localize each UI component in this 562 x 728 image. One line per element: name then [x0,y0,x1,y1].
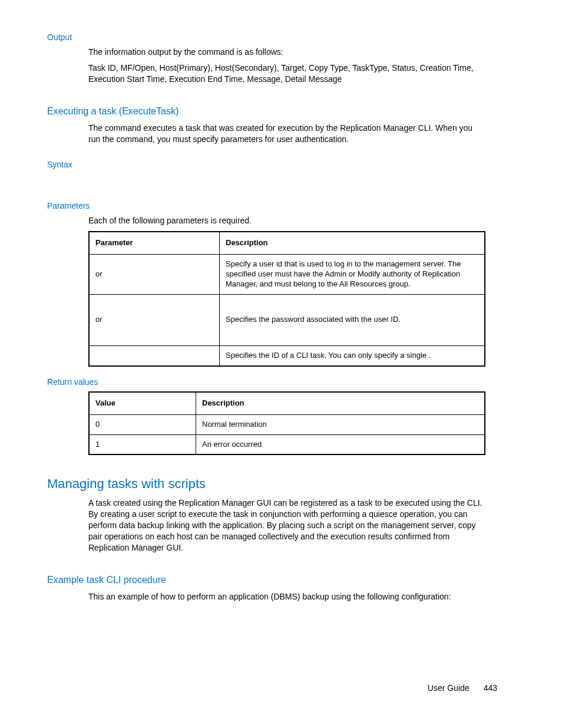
heading-output: Output [47,32,497,42]
cell-desc: Specifies the ID of a CLI task. You can … [220,345,485,365]
text: Specifies the ID of a CLI task. You can … [226,351,429,360]
th-description: Description [196,392,485,414]
heading-example-procedure: Example task CLI procedure [47,575,497,585]
return-values-table: Value Description 0 Normal termination 1… [88,391,485,456]
cell-desc: Specifies the password associated with t… [220,294,485,345]
cell-param: or [89,255,220,295]
text: The information output by the [88,47,198,57]
cell-param [89,345,220,365]
table-header-row: Value Description [89,392,485,414]
heading-syntax: Syntax [47,160,497,169]
th-value: Value [89,392,196,414]
example-desc: This an example of how to perform an app… [88,591,485,602]
th-parameter: Parameter [89,232,220,254]
text: command, you must specify parameters for… [116,134,349,144]
heading-managing-scripts: Managing tasks with scripts [47,476,497,492]
scripts-desc: A task created using the Replication Man… [88,498,485,553]
cell-desc: Normal termination [196,414,485,434]
cell-value: 0 [89,414,196,434]
table-row: or Specifies the password associated wit… [89,294,485,345]
text: The [88,123,105,133]
cell-desc: Specify a user id that is used to log in… [220,255,485,295]
table-row: 1 An error occurred [89,434,485,454]
cell-value: 1 [89,434,196,454]
text: command is as follows: [198,47,283,57]
th-description: Description [220,232,485,254]
page-number: 443 [484,683,497,693]
cell-desc: An error occurred [196,434,485,454]
table-header-row: Parameter Description [89,232,485,254]
footer-label: User Guide [428,683,470,693]
output-fields: Task ID, MF/Open, Host(Primary), Host(Se… [88,62,485,85]
parameters-table: Parameter Description or Specify a user … [88,231,485,366]
text: . [429,351,431,360]
heading-parameters: Parameters [47,201,497,210]
heading-return-values: Return values [47,377,497,387]
params-intro: Each of the following parameters is requ… [88,215,485,226]
table-row: or Specify a user id that is used to log… [89,255,485,295]
table-row: 0 Normal termination [89,414,485,434]
exec-desc: The command executes a task that was cre… [88,123,485,145]
cell-param: or [89,294,220,345]
page-footer: User Guide443 [428,683,497,693]
output-line1: The information output by the command is… [88,47,485,58]
table-row: Specifies the ID of a CLI task. You can … [89,345,485,365]
heading-execute-task: Executing a task (ExecuteTask) [47,106,497,117]
